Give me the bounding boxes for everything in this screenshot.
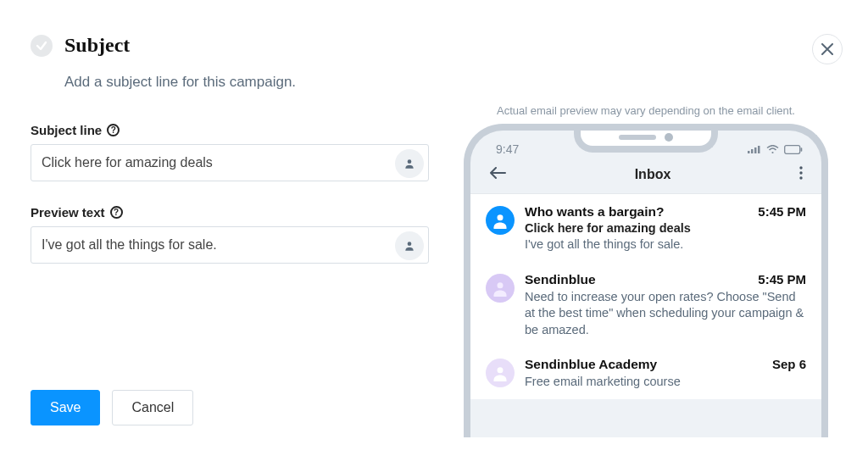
subject-panel: Subject Add a subject line for this camp… — [0, 0, 868, 456]
person-icon — [403, 158, 415, 170]
preview-text-input[interactable] — [31, 226, 429, 264]
close-button[interactable] — [812, 34, 843, 64]
avatar — [486, 206, 515, 235]
phone-side-button — [464, 266, 465, 309]
email-preview: Free email marketing course — [525, 374, 806, 391]
email-preview: Need to increase your open rates? Choose… — [525, 289, 806, 339]
personalize-subject-button[interactable] — [395, 149, 424, 178]
action-row: Save Cancel — [31, 390, 193, 425]
email-sender: Sendinblue Academy — [525, 357, 657, 372]
phone-notch — [574, 129, 718, 153]
email-time: Sep 6 — [772, 357, 806, 372]
email-subject: Click here for amazing deals — [525, 221, 806, 235]
personalize-preview-button[interactable] — [395, 231, 424, 260]
form-column: Subject line ? Preview text ? — [31, 99, 454, 437]
email-item[interactable]: Sendinblue 5:45 PM Need to increase your… — [470, 262, 821, 348]
svg-point-0 — [408, 159, 412, 164]
email-preview: I've got all the things for sale. — [525, 236, 806, 253]
preview-text-label: Preview text — [31, 205, 105, 220]
help-icon[interactable]: ? — [110, 206, 123, 219]
section-title: Subject — [64, 34, 130, 57]
phone-mockup: 9:47 Inbox — [464, 124, 828, 437]
phone-side-button — [464, 317, 465, 359]
close-icon — [821, 43, 833, 55]
preview-column: Actual email preview may vary depending … — [454, 99, 837, 437]
more-menu-icon[interactable] — [799, 166, 803, 183]
help-icon[interactable]: ? — [107, 124, 120, 136]
phone-side-button — [464, 224, 465, 253]
svg-point-9 — [799, 166, 802, 169]
person-icon — [492, 280, 509, 297]
email-list: Who wants a bargain? 5:45 PM Click here … — [470, 193, 821, 399]
email-sender: Sendinblue — [525, 272, 596, 287]
person-icon — [492, 212, 509, 229]
svg-point-1 — [408, 242, 412, 246]
cancel-button[interactable]: Cancel — [112, 390, 193, 425]
phone-side-button — [827, 258, 828, 317]
preview-disclaimer: Actual email preview may vary depending … — [454, 104, 837, 117]
inbox-header: Inbox — [470, 159, 821, 193]
person-icon — [492, 364, 509, 381]
svg-point-14 — [498, 367, 504, 373]
svg-point-10 — [799, 171, 802, 174]
back-arrow-icon[interactable] — [489, 167, 506, 182]
inbox-title: Inbox — [635, 167, 671, 182]
person-icon — [403, 240, 415, 252]
section-subtitle: Add a subject line for this campaign. — [64, 74, 837, 91]
svg-point-13 — [498, 282, 504, 288]
save-button[interactable]: Save — [31, 390, 100, 425]
email-item[interactable]: Sendinblue Academy Sep 6 Free email mark… — [470, 347, 821, 399]
email-sender: Who wants a bargain? — [525, 204, 664, 220]
email-item[interactable]: Who wants a bargain? 5:45 PM Click here … — [470, 194, 821, 262]
svg-point-12 — [498, 214, 504, 220]
completion-check-icon — [31, 35, 53, 57]
email-time: 5:45 PM — [758, 272, 806, 287]
section-header: Subject — [31, 34, 837, 57]
avatar — [486, 274, 515, 303]
subject-line-label: Subject line — [31, 123, 102, 137]
subject-line-input[interactable] — [31, 144, 429, 181]
svg-point-11 — [799, 176, 802, 179]
email-time: 5:45 PM — [758, 204, 806, 220]
avatar — [486, 359, 515, 387]
